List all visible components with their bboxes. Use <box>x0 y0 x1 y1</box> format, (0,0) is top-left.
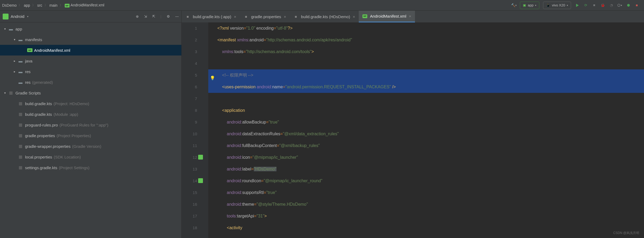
tree-item[interactable]: ▦proguard-rules.pro(ProGuard Rules for "… <box>0 120 181 130</box>
apply-changes-icon[interactable]: ⟳ <box>583 3 588 8</box>
toolbar-right: 🔨 ▾ ▣ app ▾ 📱 vivo X20 ▾ ⟳ ≡ 🐞 ◔ ⬡▾ ⬢ ■ <box>511 2 644 9</box>
hide-icon[interactable]: — <box>175 14 179 18</box>
code-line[interactable]: 💡 <!-- 权限声明 --> <box>208 69 644 81</box>
tree-item[interactable]: ▾▬app <box>0 23 181 34</box>
android-gutter-icon[interactable] <box>198 178 203 183</box>
code-editor[interactable]: <?xml version="1.0" encoding="utf-8"?><m… <box>208 22 644 238</box>
tree-label: Gradle Scripts <box>15 91 41 95</box>
mf-icon: MF <box>27 48 32 52</box>
code-line[interactable]: <uses-permission android:name="android.p… <box>208 81 644 93</box>
code-line[interactable]: xmlns:tools="http://schemas.android.com/… <box>208 46 644 58</box>
expand-icon[interactable]: ⇲ <box>144 14 147 18</box>
tree-item[interactable]: ▦gradle-wrapper.properties(Gradle Versio… <box>0 141 181 152</box>
debug-icon[interactable]: 🐞 <box>600 3 605 8</box>
code-line[interactable]: android:icon="@mipmap/ic_launcher" <box>208 152 644 163</box>
tree-item[interactable]: ▬res(generated) <box>0 77 181 88</box>
editor-tab[interactable]: ▦gradle.properties× <box>240 11 290 22</box>
code-line[interactable]: <?xml version="1.0" encoding="utf-8"?> <box>208 22 644 34</box>
profile-icon[interactable]: ◔ <box>609 3 614 8</box>
close-icon[interactable]: × <box>409 14 411 18</box>
tree-item[interactable]: MFAndroidManifest.xml <box>0 45 181 55</box>
close-icon[interactable]: × <box>284 14 286 19</box>
tree-label: app <box>15 27 22 31</box>
breadcrumb-sep: 〉 <box>32 3 35 7</box>
project-view-title[interactable]: Android <box>11 14 25 19</box>
breadcrumb-item[interactable]: app <box>24 3 30 7</box>
project-tree: ▾▬app▾▬manifestsMFAndroidManifest.xml▸▬j… <box>0 22 181 238</box>
tree-item[interactable]: ▾▬manifests <box>0 34 181 45</box>
gutter-line: 18 <box>182 222 197 234</box>
code-line[interactable] <box>208 93 644 105</box>
bulb-icon[interactable]: 💡 <box>210 72 215 77</box>
tree-chevron[interactable]: ▾ <box>2 91 8 95</box>
project-pane: Android ▾ ⊕ ⇲ ⇱ | ⚙ — ▾▬app▾▬manifestsMF… <box>0 11 182 238</box>
folder-icon: ▬ <box>18 80 23 85</box>
android-gutter-icon[interactable] <box>198 155 203 160</box>
code-line[interactable]: android:roundIcon="@mipmap/ic_launcher_r… <box>208 175 644 187</box>
code-line[interactable]: android:theme="@style/Theme.HDsDemo" <box>208 199 644 210</box>
code-line[interactable]: android:dataExtractionRules="@xml/data_e… <box>208 128 644 140</box>
close-icon[interactable]: × <box>353 14 355 19</box>
code-line[interactable]: android:fullBackupContent="@xml/backup_r… <box>208 140 644 152</box>
hammer-icon[interactable]: 🔨 ▾ <box>511 3 516 8</box>
fold-strip <box>202 22 208 238</box>
code-line[interactable]: android:allowBackup="true" <box>208 116 644 128</box>
collapse-icon[interactable]: ⇱ <box>152 14 155 18</box>
stop-icon[interactable]: ■ <box>634 3 639 8</box>
editor-tab[interactable]: ▦build.gradle.kts (HDsDemo)× <box>290 11 359 22</box>
tree-item[interactable]: ▸▬java <box>0 55 181 66</box>
tab-label: build.gradle.kts (HDsDemo) <box>301 14 350 19</box>
breadcrumb-item[interactable]: MFAndroidManifest.xml <box>65 3 104 8</box>
chevron-down-icon[interactable]: ▾ <box>27 15 28 18</box>
breadcrumb-item[interactable]: src <box>37 3 42 7</box>
gutter-line: 11 <box>182 140 197 152</box>
tree-chevron[interactable]: ▾ <box>12 38 18 41</box>
breadcrumb[interactable]: DsDemo〉app〉src〉main〉MFAndroidManifest.xm… <box>0 3 104 8</box>
tree-item[interactable]: ▾▦Gradle Scripts <box>0 88 181 98</box>
code-line[interactable] <box>208 58 644 69</box>
gutter-line: 7 <box>182 93 197 105</box>
tree-extra: (Project Settings) <box>59 165 89 170</box>
tree-extra: (Module :app) <box>54 112 78 117</box>
tree-item[interactable]: ▦build.gradle.kts(Module :app) <box>0 109 181 120</box>
editor-tab[interactable]: MFAndroidManifest.xml× <box>359 11 415 22</box>
tree-item[interactable]: ▸▬res <box>0 66 181 77</box>
breadcrumb-item[interactable]: main <box>50 3 58 7</box>
editor-tab[interactable]: ▦build.gradle.kts (:app)× <box>182 11 240 22</box>
attach-icon[interactable]: ⬡▾ <box>617 3 622 8</box>
code-line[interactable]: <manifest xmlns:android="http://schemas.… <box>208 34 644 46</box>
gear-icon[interactable]: ⚙ <box>167 14 170 18</box>
avd-icon[interactable]: ⬢ <box>626 3 631 8</box>
tree-chevron[interactable]: ▸ <box>12 59 18 63</box>
tree-item[interactable]: ▦local.properties(SDK Location) <box>0 152 181 162</box>
props-icon: ▦ <box>18 122 23 127</box>
device-selector[interactable]: 📱 vivo X20 ▾ <box>543 2 571 9</box>
code-line[interactable]: <activity <box>208 222 644 234</box>
tree-chevron[interactable]: ▸ <box>12 70 18 73</box>
run-icon[interactable] <box>575 3 580 8</box>
tree-chevron[interactable]: ▾ <box>2 27 8 31</box>
code-line[interactable]: android:supportsRtl="true" <box>208 187 644 199</box>
code-line[interactable]: <application <box>208 105 644 116</box>
gradle-icon: ▦ <box>18 165 23 170</box>
gutter-line: 14 <box>182 175 197 187</box>
tree-item[interactable]: ▦gradle.properties(Project Properties) <box>0 130 181 141</box>
manifest-icon: MF <box>65 4 70 7</box>
tab-label: AndroidManifest.xml <box>370 14 406 18</box>
tree-item[interactable]: ▦settings.gradle.kts(Project Settings) <box>0 162 181 173</box>
tab-label: gradle.properties <box>251 14 281 19</box>
gutter-line: 9 <box>182 116 197 128</box>
run-config-selector[interactable]: ▣ app ▾ <box>520 2 539 9</box>
gutter-line: 3 <box>182 46 197 58</box>
target-icon[interactable]: ⊕ <box>136 14 139 18</box>
menu-icon[interactable]: ≡ <box>592 3 597 8</box>
breadcrumb-item[interactable]: DsDemo <box>2 3 17 7</box>
code-line[interactable]: tools:targetApi="31"> <box>208 210 644 222</box>
gutter-line: 8 <box>182 105 197 116</box>
gutter: 123456789101112131415161718 <box>182 22 202 238</box>
tree-label: res <box>25 80 31 85</box>
tree-item[interactable]: ▦build.gradle.kts(Project: HDsDemo) <box>0 98 181 109</box>
breadcrumb-sep: 〉 <box>60 3 63 7</box>
code-line[interactable]: android:label="HDsDemo" <box>208 163 644 175</box>
close-icon[interactable]: × <box>234 14 236 19</box>
